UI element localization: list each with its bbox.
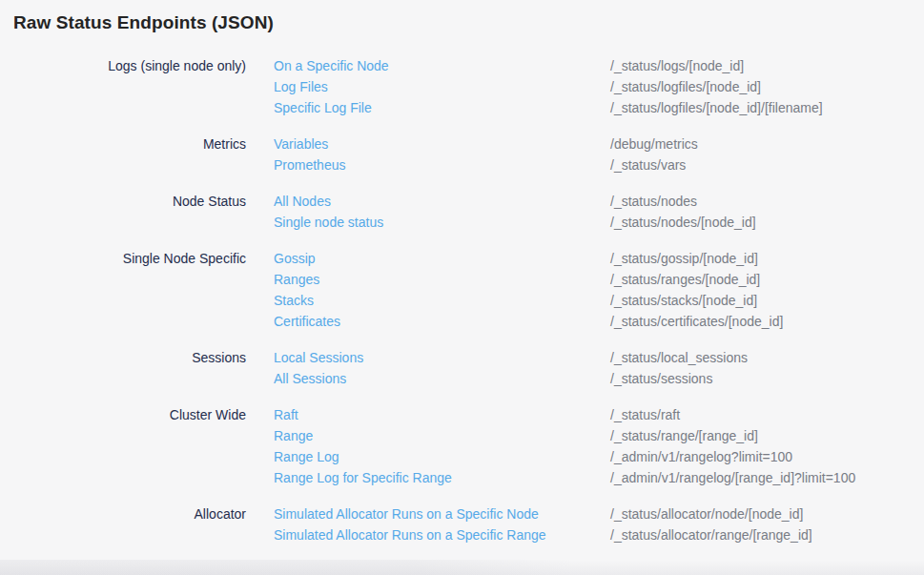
endpoint-link[interactable]: Stacks bbox=[274, 290, 610, 311]
endpoint-link[interactable]: Specific Log File bbox=[274, 97, 610, 118]
bottom-shadow bbox=[0, 560, 924, 575]
endpoints-table: Logs (single node only)On a Specific Nod… bbox=[0, 55, 924, 545]
endpoint-link[interactable]: Variables bbox=[274, 133, 610, 154]
endpoint-row: On a Specific Node/_status/logs/[node_id… bbox=[274, 55, 823, 76]
endpoint-group: SessionsLocal Sessions/_status/local_ses… bbox=[0, 347, 924, 389]
endpoint-link[interactable]: Gossip bbox=[274, 248, 610, 269]
endpoint-link[interactable]: All Nodes bbox=[274, 191, 610, 212]
endpoint-url: /_status/nodes/[node_id] bbox=[610, 212, 756, 233]
endpoint-row: All Nodes/_status/nodes bbox=[274, 191, 756, 212]
endpoint-row: Range/_status/range/[range_id] bbox=[274, 425, 855, 446]
endpoint-row: Stacks/_status/stacks/[node_id] bbox=[274, 290, 783, 311]
endpoint-link[interactable]: Prometheus bbox=[274, 154, 610, 175]
endpoint-url: /_status/logfiles/[node_id]/[filename] bbox=[610, 97, 823, 118]
endpoint-link[interactable]: Simulated Allocator Runs on a Specific N… bbox=[274, 503, 610, 524]
endpoint-url: /_status/local_sessions bbox=[610, 347, 748, 368]
endpoint-row: Simulated Allocator Runs on a Specific R… bbox=[274, 524, 812, 545]
endpoint-url: /_status/stacks/[node_id] bbox=[610, 290, 757, 311]
endpoint-row: Local Sessions/_status/local_sessions bbox=[274, 347, 748, 368]
endpoint-link[interactable]: Ranges bbox=[274, 269, 610, 290]
endpoint-row: Raft/_status/raft bbox=[274, 404, 855, 425]
endpoint-category-label: Metrics bbox=[0, 133, 246, 154]
endpoint-link[interactable]: Simulated Allocator Runs on a Specific R… bbox=[274, 524, 610, 545]
page-title: Raw Status Endpoints (JSON) bbox=[13, 11, 924, 34]
endpoint-url: /_admin/v1/rangelog/[range_id]?limit=100 bbox=[610, 467, 855, 488]
endpoint-url: /_status/allocator/node/[node_id] bbox=[610, 503, 803, 524]
endpoint-url: /_status/allocator/range/[range_id] bbox=[610, 524, 812, 545]
endpoint-link[interactable]: Raft bbox=[274, 404, 610, 425]
endpoint-row: Range Log/_admin/v1/rangelog?limit=100 bbox=[274, 446, 855, 467]
endpoint-category-label: Node Status bbox=[0, 191, 246, 212]
endpoint-row: Single node status/_status/nodes/[node_i… bbox=[274, 212, 756, 233]
endpoint-category-label: Allocator bbox=[0, 503, 246, 524]
endpoint-row: Specific Log File/_status/logfiles/[node… bbox=[274, 97, 823, 118]
endpoint-row: Certificates/_status/certificates/[node_… bbox=[274, 311, 783, 332]
endpoint-url: /_status/gossip/[node_id] bbox=[610, 248, 758, 269]
endpoint-group: Node StatusAll Nodes/_status/nodesSingle… bbox=[0, 191, 924, 233]
endpoint-category-label: Single Node Specific bbox=[0, 248, 246, 269]
endpoint-group: Cluster WideRaft/_status/raftRange/_stat… bbox=[0, 404, 924, 488]
endpoint-category-label: Cluster Wide bbox=[0, 404, 246, 425]
endpoint-link[interactable]: Local Sessions bbox=[274, 347, 610, 368]
endpoint-url: /_status/logs/[node_id] bbox=[610, 55, 744, 76]
endpoint-group: Logs (single node only)On a Specific Nod… bbox=[0, 55, 924, 118]
endpoint-row: Log Files/_status/logfiles/[node_id] bbox=[274, 76, 823, 97]
endpoint-entries: Gossip/_status/gossip/[node_id]Ranges/_s… bbox=[274, 248, 783, 332]
endpoint-row: All Sessions/_status/sessions bbox=[274, 368, 748, 389]
endpoint-url: /_status/certificates/[node_id] bbox=[610, 311, 783, 332]
endpoint-entries: Variables/debug/metricsPrometheus/_statu… bbox=[274, 133, 698, 175]
endpoint-link[interactable]: Single node status bbox=[274, 212, 610, 233]
endpoint-entries: Simulated Allocator Runs on a Specific N… bbox=[274, 503, 812, 545]
endpoint-link[interactable]: Range bbox=[274, 425, 610, 446]
endpoint-url: /_status/nodes bbox=[610, 191, 697, 212]
endpoint-link[interactable]: On a Specific Node bbox=[274, 55, 610, 76]
endpoint-url: /_status/logfiles/[node_id] bbox=[610, 76, 761, 97]
endpoint-entries: Local Sessions/_status/local_sessionsAll… bbox=[274, 347, 748, 389]
endpoint-row: Ranges/_status/ranges/[node_id] bbox=[274, 269, 783, 290]
endpoint-url: /_status/range/[range_id] bbox=[610, 425, 758, 446]
endpoint-url: /debug/metrics bbox=[610, 133, 698, 154]
endpoint-row: Range Log for Specific Range/_admin/v1/r… bbox=[274, 467, 855, 488]
endpoint-link[interactable]: Range Log bbox=[274, 446, 610, 467]
endpoint-category-label: Logs (single node only) bbox=[0, 55, 246, 76]
endpoint-url: /_admin/v1/rangelog?limit=100 bbox=[610, 446, 792, 467]
endpoint-url: /_status/ranges/[node_id] bbox=[610, 269, 760, 290]
endpoint-row: Gossip/_status/gossip/[node_id] bbox=[274, 248, 783, 269]
endpoint-link[interactable]: Log Files bbox=[274, 76, 610, 97]
endpoint-entries: On a Specific Node/_status/logs/[node_id… bbox=[274, 55, 823, 118]
endpoint-row: Variables/debug/metrics bbox=[274, 133, 698, 154]
endpoint-entries: All Nodes/_status/nodesSingle node statu… bbox=[274, 191, 756, 233]
endpoint-group: MetricsVariables/debug/metricsPrometheus… bbox=[0, 133, 924, 175]
endpoint-category-label: Sessions bbox=[0, 347, 246, 368]
endpoint-entries: Raft/_status/raftRange/_status/range/[ra… bbox=[274, 404, 855, 488]
endpoint-url: /_status/raft bbox=[610, 404, 680, 425]
endpoint-url: /_status/vars bbox=[610, 154, 686, 175]
endpoint-link[interactable]: All Sessions bbox=[274, 368, 610, 389]
endpoint-group: Single Node SpecificGossip/_status/gossi… bbox=[0, 248, 924, 332]
endpoint-group: AllocatorSimulated Allocator Runs on a S… bbox=[0, 503, 924, 545]
endpoint-row: Simulated Allocator Runs on a Specific N… bbox=[274, 503, 812, 524]
endpoint-link[interactable]: Range Log for Specific Range bbox=[274, 467, 610, 488]
endpoint-link[interactable]: Certificates bbox=[274, 311, 610, 332]
endpoint-url: /_status/sessions bbox=[610, 368, 712, 389]
endpoint-row: Prometheus/_status/vars bbox=[274, 154, 698, 175]
